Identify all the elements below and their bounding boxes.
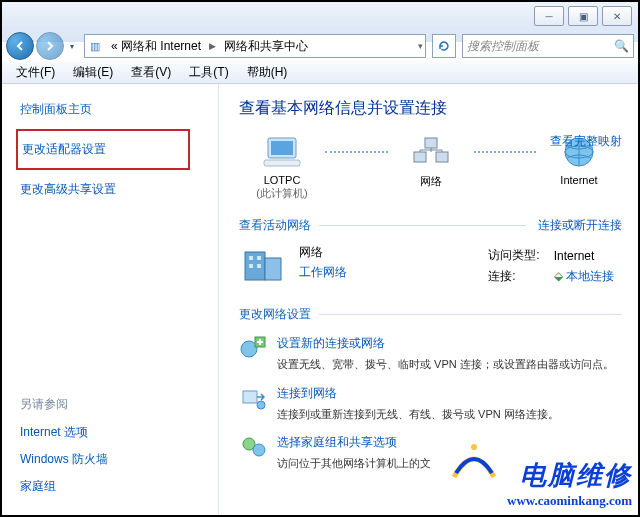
active-networks-label: 查看活动网络: [239, 217, 311, 234]
network-icon: [409, 133, 453, 171]
option-title: 选择家庭组和共享选项: [277, 434, 431, 451]
work-network-icon: [239, 244, 287, 286]
sidebar-windows-firewall[interactable]: Windows 防火墙: [20, 446, 218, 473]
svg-rect-9: [265, 258, 281, 280]
menu-tools[interactable]: 工具(T): [181, 62, 236, 83]
svg-rect-13: [257, 264, 261, 268]
option-desc: 设置无线、宽带、拨号、临时或 VPN 连接；或设置路由器或访问点。: [277, 356, 614, 373]
divider: [319, 314, 622, 315]
option-title: 连接到网络: [277, 385, 559, 402]
search-placeholder: 搜索控制面板: [467, 38, 539, 55]
network-map: 查看完整映射 LOTPC (此计算机) 网络: [239, 133, 622, 201]
option-new-connection[interactable]: 设置新的连接或网络 设置无线、宽带、拨号、临时或 VPN 连接；或设置路由器或访…: [239, 335, 622, 373]
sidebar-change-adapter-settings[interactable]: 更改适配器设置: [18, 136, 178, 163]
refresh-button[interactable]: [432, 34, 456, 58]
network-info: 网络 工作网络: [299, 244, 468, 288]
svg-rect-8: [245, 252, 265, 280]
option-homegroup-sharing[interactable]: 选择家庭组和共享选项 访问位于其他网络计算机上的文: [239, 434, 622, 472]
network-name: 网络: [299, 244, 468, 261]
svg-rect-16: [243, 391, 257, 403]
option-title: 设置新的连接或网络: [277, 335, 614, 352]
address-bar[interactable]: ▥ « 网络和 Internet ▶ 网络和共享中心 ▾: [84, 34, 426, 58]
node-this-computer: LOTPC (此计算机): [239, 133, 325, 201]
svg-point-17: [257, 401, 265, 409]
connection-line-1: [325, 133, 388, 171]
close-button[interactable]: ✕: [602, 6, 632, 26]
node-internet-label: Internet: [560, 174, 597, 186]
access-type-label: 访问类型:: [482, 246, 545, 265]
option-desc: 连接到或重新连接到无线、有线、拨号或 VPN 网络连接。: [277, 406, 559, 423]
page-title: 查看基本网络信息并设置连接: [239, 98, 622, 119]
svg-rect-10: [249, 256, 253, 260]
svg-point-19: [253, 444, 265, 456]
homegroup-icon: [239, 434, 267, 460]
control-panel-window: ─ ▣ ✕ ▾ ▥ « 网络和 Internet ▶ 网络和共享中心 ▾ 搜索控…: [0, 0, 640, 517]
menu-file[interactable]: 文件(F): [8, 62, 63, 83]
sidebar-control-panel-home[interactable]: 控制面板主页: [20, 96, 218, 123]
breadcrumb-parent[interactable]: « 网络和 Internet: [105, 35, 207, 57]
change-settings-label: 更改网络设置: [239, 306, 311, 323]
menu-view[interactable]: 查看(V): [123, 62, 179, 83]
connect-disconnect-link[interactable]: 连接或断开连接: [538, 217, 622, 234]
connection-line-2: [474, 133, 537, 171]
view-full-map-link[interactable]: 查看完整映射: [550, 133, 622, 150]
node-local-label: LOTPC: [264, 174, 301, 186]
access-type-value: Internet: [548, 246, 620, 265]
address-icon: ▥: [85, 37, 105, 55]
sidebar-see-also-header: 另请参阅: [20, 396, 218, 413]
breadcrumb-current[interactable]: 网络和共享中心: [218, 35, 314, 57]
node-local-sublabel: (此计算机): [256, 186, 307, 201]
search-input[interactable]: 搜索控制面板 🔍: [462, 34, 634, 58]
active-networks-header: 查看活动网络 连接或断开连接: [239, 217, 622, 234]
forward-button[interactable]: [36, 32, 64, 60]
node-network: 网络: [388, 133, 474, 189]
main-content: 查看基本网络信息并设置连接 查看完整映射 LOTPC (此计算机) 网络: [219, 84, 638, 516]
menu-edit[interactable]: 编辑(E): [65, 62, 121, 83]
network-category-link[interactable]: 工作网络: [299, 264, 468, 281]
option-desc: 访问位于其他网络计算机上的文: [277, 455, 431, 472]
svg-rect-11: [257, 256, 261, 260]
highlight-box: 更改适配器设置: [16, 129, 190, 170]
content-body: 控制面板主页 更改适配器设置 更改高级共享设置 另请参阅 Internet 选项…: [2, 84, 638, 516]
back-button[interactable]: [6, 32, 34, 60]
sidebar-advanced-sharing[interactable]: 更改高级共享设置: [20, 176, 218, 203]
svg-rect-3: [414, 152, 426, 162]
option-connect-network[interactable]: 连接到网络 连接到或重新连接到无线、有线、拨号或 VPN 网络连接。: [239, 385, 622, 423]
network-details: 访问类型: Internet 连接: ⬙ 本地连接: [480, 244, 622, 288]
navigation-bar: ▾ ▥ « 网络和 Internet ▶ 网络和共享中心 ▾ 搜索控制面板 🔍: [2, 30, 638, 62]
sidebar-homegroup[interactable]: 家庭组: [20, 473, 218, 500]
connect-network-icon: [239, 385, 267, 411]
svg-rect-1: [271, 141, 293, 155]
local-connection-link[interactable]: 本地连接: [566, 269, 614, 283]
maximize-button[interactable]: ▣: [568, 6, 598, 26]
menu-bar: 文件(F) 编辑(E) 查看(V) 工具(T) 帮助(H): [2, 62, 638, 84]
chevron-right-icon[interactable]: ▶: [207, 35, 218, 57]
search-icon: 🔍: [614, 39, 629, 53]
sidebar: 控制面板主页 更改适配器设置 更改高级共享设置 另请参阅 Internet 选项…: [2, 84, 219, 516]
svg-rect-5: [425, 138, 437, 148]
sidebar-see-also: 另请参阅 Internet 选项 Windows 防火墙 家庭组: [20, 396, 218, 516]
change-settings-header: 更改网络设置: [239, 306, 622, 323]
chevron-down-icon[interactable]: ▾: [416, 35, 425, 57]
titlebar: ─ ▣ ✕: [2, 2, 638, 30]
nav-history-dropdown[interactable]: ▾: [66, 35, 78, 57]
active-network-block: 网络 工作网络 访问类型: Internet 连接: ⬙ 本地连接: [239, 244, 622, 288]
adapter-icon: ⬙: [554, 269, 563, 283]
divider: [319, 225, 526, 226]
node-network-label: 网络: [420, 174, 442, 189]
new-connection-icon: [239, 335, 267, 361]
connection-label: 连接:: [482, 267, 545, 286]
sidebar-internet-options[interactable]: Internet 选项: [20, 419, 218, 446]
menu-help[interactable]: 帮助(H): [239, 62, 296, 83]
svg-rect-12: [249, 264, 253, 268]
svg-rect-4: [436, 152, 448, 162]
svg-rect-2: [264, 160, 300, 166]
minimize-button[interactable]: ─: [534, 6, 564, 26]
computer-icon: [260, 133, 304, 171]
